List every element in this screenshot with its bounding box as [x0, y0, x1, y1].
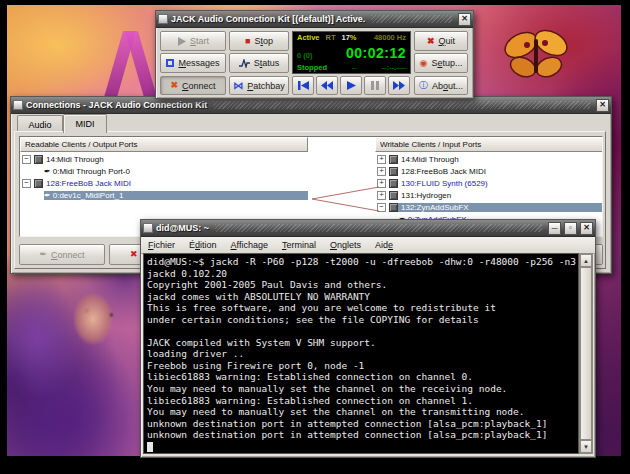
menu-item[interactable]: Affichage: [224, 240, 275, 250]
tree-item-label: 130:FLUID Synth (6529): [401, 179, 488, 188]
quit-button[interactable]: ✖ Quit: [414, 31, 468, 51]
status-button[interactable]: Status: [229, 53, 289, 73]
start-button[interactable]: Start: [160, 31, 226, 51]
tree-item[interactable]: −132:ZynAddSubFX: [375, 201, 603, 213]
patchbay-button[interactable]: ⋈ Patchbay: [229, 76, 289, 95]
jack-title: JACK Audio Connection Kit [(default)] Ac…: [171, 14, 365, 24]
quit-x-icon: ✖: [427, 37, 435, 46]
xrun-count: 0 (0): [297, 52, 312, 60]
tree-item-label: 0:dev1c_MidiPort_1: [53, 191, 124, 200]
disconnect-x-icon: ✖: [130, 250, 138, 259]
tree-item-label: 132:ZynAddSubFX: [401, 203, 469, 212]
rewind-to-start-button[interactable]: [292, 76, 314, 95]
tree-item-label: 14:Midi Through: [401, 155, 459, 164]
tree-item[interactable]: +130:FLUID Synth (6529): [375, 177, 603, 189]
row-content[interactable]: 14:Midi Through: [389, 155, 603, 164]
connect-button-label: Connect: [182, 81, 216, 91]
titlebar-grip: [213, 101, 590, 109]
forward-button[interactable]: [388, 76, 410, 95]
titlebar-grip: [371, 15, 452, 23]
terminal-cursor: [147, 442, 153, 452]
client-icon: [34, 155, 43, 164]
readable-clients-header[interactable]: Readable Clients / Output Ports: [20, 137, 308, 152]
scroll-up-icon[interactable]: ▲: [580, 254, 592, 267]
tree-item-label: 128:FreeBoB Jack MIDI: [401, 167, 486, 176]
selected-row-highlight[interactable]: 132:ZynAddSubFX: [389, 203, 603, 212]
about-button-label: About...: [432, 81, 463, 91]
tree-item[interactable]: ✒0:dev1c_MidiPort_1: [20, 189, 308, 201]
tree-item[interactable]: +131:Hydrogen: [375, 189, 603, 201]
rewind-icon: [321, 81, 333, 90]
row-content[interactable]: 131:Hydrogen: [389, 191, 603, 200]
terminal-scrollbar[interactable]: ▲ ▼: [579, 253, 593, 454]
client-icon: [389, 191, 398, 200]
row-content[interactable]: 130:FLUID Synth (6529): [389, 179, 603, 188]
play-icon: [347, 81, 356, 90]
info-icon: ⓘ: [419, 81, 428, 90]
about-button[interactable]: ⓘ About...: [414, 76, 468, 95]
tree-item[interactable]: +128:FreeBoB Jack MIDI: [375, 165, 603, 177]
terminal-menubar: FichierÉditionAffichageTerminalOngletsAi…: [141, 237, 595, 254]
pause-icon: [371, 81, 379, 90]
scrollbar-thumb[interactable]: [580, 267, 592, 440]
row-content[interactable]: 128:FreeBoB Jack MIDI: [389, 167, 603, 176]
transport-time: --:--.----: [381, 64, 406, 72]
setup-button-label: Setup...: [431, 58, 462, 68]
transport-bbt: --: [352, 64, 357, 72]
client-icon: [389, 155, 398, 164]
pause-button[interactable]: [364, 76, 386, 95]
menu-item[interactable]: Terminal: [275, 240, 323, 250]
collapse-icon[interactable]: −: [22, 155, 31, 164]
tree-item[interactable]: ✒0:Midi Through Port-0: [20, 165, 308, 177]
stop-button[interactable]: ■ Stop: [229, 31, 289, 51]
tree-item[interactable]: −128:FreeBoB Jack MIDI: [20, 177, 308, 189]
tree-item-label: 128:FreeBoB Jack MIDI: [46, 179, 131, 188]
collapse-icon[interactable]: −: [22, 179, 31, 188]
tree-item[interactable]: +14:Midi Through: [375, 153, 603, 165]
jack-titlebar[interactable]: JACK Audio Connection Kit [(default)] Ac…: [156, 11, 473, 28]
messages-button-label: Messages: [178, 58, 219, 68]
connections-title: Connections - JACK Audio Connection Kit: [26, 100, 207, 110]
row-content[interactable]: 128:FreeBoB Jack MIDI: [34, 179, 308, 188]
scroll-down-icon[interactable]: ▼: [580, 440, 592, 453]
screen: Connections - JACK Audio Connection Kit …: [0, 0, 630, 474]
jack-main-window: JACK Audio Connection Kit [(default)] Ac…: [155, 10, 474, 99]
menu-item[interactable]: Onglets: [323, 240, 368, 250]
tab-midi[interactable]: MIDI: [63, 114, 107, 133]
menu-item[interactable]: Aide: [368, 240, 400, 250]
connections-titlebar[interactable]: Connections - JACK Audio Connection Kit …: [11, 97, 611, 114]
minimize-icon[interactable]: —: [548, 222, 561, 235]
menu-item[interactable]: Édition: [182, 240, 224, 250]
fast-forward-icon: [393, 81, 405, 90]
close-icon[interactable]: ✕: [458, 13, 471, 26]
messages-button[interactable]: Messages: [160, 53, 226, 73]
terminal-output: did@MUS:~$ jackd -R -P60 -p128 -t2000 -u…: [144, 254, 578, 452]
elapsed-time: 00:02:12: [346, 46, 406, 60]
maximize-icon[interactable]: ▫: [564, 222, 577, 235]
window-icon: [13, 100, 23, 110]
terminal-screen[interactable]: did@MUS:~$ jackd -R -P60 -p128 -t2000 -u…: [143, 253, 579, 454]
menu-item[interactable]: Fichier: [141, 240, 182, 250]
close-icon[interactable]: ✕: [596, 99, 609, 112]
start-button-label: Start: [190, 36, 209, 46]
patchbay-button-label: Patchbay: [247, 81, 285, 91]
selected-row-highlight[interactable]: ✒0:dev1c_MidiPort_1: [44, 191, 308, 200]
client-icon: [389, 167, 398, 176]
writable-clients-header[interactable]: Writable Clients / Input Ports: [375, 137, 603, 152]
tree-item[interactable]: −14:Midi Through: [20, 153, 308, 165]
play-button[interactable]: [340, 76, 362, 95]
status-button-label: Status: [254, 58, 280, 68]
terminal-titlebar[interactable]: did@MUS: ~ — ▫ ✕: [141, 220, 595, 237]
client-icon: [389, 179, 398, 188]
row-content[interactable]: 14:Midi Through: [34, 155, 308, 164]
close-icon[interactable]: ✕: [580, 222, 593, 235]
connect-button[interactable]: ✒ Connect: [19, 244, 105, 265]
terminal-title: did@MUS: ~: [156, 223, 209, 233]
setup-button[interactable]: ◉ Setup...: [414, 53, 468, 73]
row-content[interactable]: ✒0:Midi Through Port-0: [44, 167, 308, 176]
butterfly-image: [495, 25, 579, 91]
midi-port-icon: ✒: [44, 167, 51, 176]
connect-button[interactable]: ✖ Connect: [160, 76, 226, 95]
rewind-button[interactable]: [316, 76, 338, 95]
sample-rate: 48000 Hz: [374, 34, 406, 42]
